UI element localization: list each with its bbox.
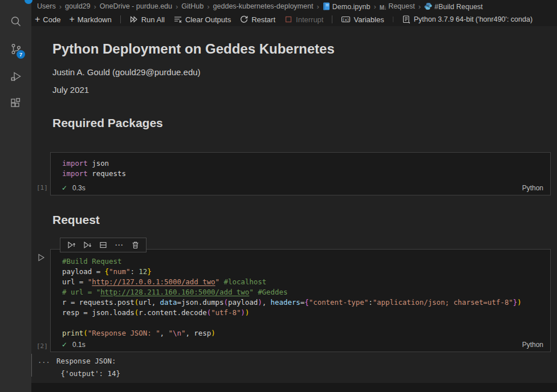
breadcrumb-item[interactable]: Users: [37, 2, 56, 10]
notebook-file-icon: [323, 2, 330, 10]
code-editor[interactable]: import jsonimport requests: [62, 158, 543, 179]
required-packages-heading: Required Packages: [52, 116, 163, 130]
run-all-button[interactable]: Run All: [129, 15, 165, 24]
scm-badge: 7: [17, 50, 25, 59]
code-line: r = requests.post(url, data=json.dumps(p…: [62, 297, 543, 308]
notification-dot: [25, 0, 32, 4]
activity-bar: 7: [0, 0, 31, 392]
variables-button[interactable]: (x) Variables: [341, 15, 384, 24]
code-line: #Build Request: [62, 256, 543, 267]
activitybar-source-control[interactable]: 7: [0, 35, 31, 63]
activitybar-search[interactable]: [0, 8, 31, 35]
code-line: resp = json.loads(r.content.decode("utf-…: [62, 308, 543, 318]
output-line: Response JSON:: [56, 357, 120, 365]
cell-action-toolbar: ⋯: [60, 238, 147, 252]
execution-count: [2]: [36, 342, 48, 350]
run-below-button[interactable]: [82, 239, 93, 251]
breadcrumb-item[interactable]: GitHub: [181, 2, 204, 10]
toolbar-divider: [120, 15, 121, 23]
code-line: url = "http://127.0.0.1:5000/add_two" #l…: [62, 277, 543, 287]
kernel-label: Python 3.7.9 64-bit ('honr490': conda): [414, 15, 532, 23]
cell-status-bar: ✓ 0.3s Python: [51, 181, 550, 195]
restart-icon: [239, 15, 249, 24]
breadcrumb-separator: ›: [175, 2, 178, 11]
extensions-icon: [9, 97, 23, 111]
breadcrumb-item[interactable]: geddes-kubernetes-deployment: [213, 2, 314, 10]
breadcrumb-separator: ›: [373, 2, 376, 11]
search-icon: [9, 15, 23, 28]
run-above-button[interactable]: [66, 239, 77, 251]
delete-cell-button[interactable]: [129, 239, 141, 251]
clear-outputs-button[interactable]: Clear Outputs: [173, 15, 231, 24]
output-collapse-indicator[interactable]: ...: [38, 357, 50, 365]
editor-top-chrome: Users › gould29 › OneDrive - purdue.edu …: [31, 0, 557, 26]
code-line: import requests: [62, 169, 543, 179]
breadcrumb-item[interactable]: gould29: [65, 2, 91, 10]
activitybar-extensions[interactable]: [0, 90, 31, 117]
plus-icon: +: [35, 15, 40, 24]
date-line: July 2021: [52, 85, 89, 95]
kernel-icon: [402, 15, 411, 24]
execution-time: 0.3s: [72, 184, 86, 192]
cell-language-picker[interactable]: Python: [522, 341, 543, 349]
breadcrumb-separator: ›: [93, 2, 97, 11]
plus-icon: +: [69, 15, 74, 24]
notebook-title-heading: Python Deployment on Geddes Kubernetes: [52, 41, 335, 57]
code-line: [62, 318, 543, 328]
svg-text:(x): (x): [343, 18, 350, 22]
run-cell-button[interactable]: [36, 252, 46, 263]
add-markdown-cell-button[interactable]: + Markdown: [69, 15, 111, 24]
execution-time: 0.1s: [72, 341, 86, 349]
python-icon: [424, 2, 432, 10]
breadcrumb: Users › gould29 › OneDrive - purdue.edu …: [37, 0, 483, 13]
code-line: import json: [62, 158, 543, 169]
add-code-cell-button[interactable]: + Code: [35, 15, 60, 24]
toolbar-divider: [332, 15, 332, 23]
author-line: Justin A. Gould (gould29@purdue.edu): [52, 67, 201, 77]
code-cell-build-request[interactable]: #Build Requestpayload = {"num": 12}url =…: [50, 249, 551, 352]
cell-status-bar: ✓ 0.1s Python: [51, 338, 550, 352]
breadcrumb-separator: ›: [206, 2, 210, 11]
code-line: # url = "http://128.211.160.160:5000/add…: [62, 287, 543, 297]
breadcrumb-item-markdown-section[interactable]: M↓Request: [380, 2, 415, 11]
split-cell-button[interactable]: [97, 239, 109, 251]
breadcrumb-separator: ›: [418, 2, 421, 11]
code-line: payload = {"num": 12}: [62, 267, 543, 277]
restart-kernel-button[interactable]: Restart: [239, 15, 275, 24]
request-heading: Request: [52, 213, 100, 227]
breadcrumb-separator: ›: [59, 2, 62, 11]
breadcrumb-item-notebook[interactable]: Demo.ipynb: [323, 2, 371, 11]
variables-icon: (x): [341, 15, 351, 24]
code-cell-imports[interactable]: import jsonimport requests ✓ 0.3s Python: [50, 152, 551, 195]
code-editor[interactable]: #Build Requestpayload = {"num": 12}url =…: [62, 256, 543, 338]
markdown-icon: M↓: [380, 5, 386, 11]
success-check-icon: ✓: [62, 184, 67, 192]
execution-count: [1]: [36, 184, 48, 191]
notebook-bottom-area: [31, 383, 557, 392]
interrupt-icon: [284, 15, 293, 24]
interrupt-kernel-button[interactable]: Interrupt: [284, 15, 323, 24]
run-all-icon: [129, 15, 139, 24]
cell-language-picker[interactable]: Python: [522, 184, 543, 192]
output-line: {'output': 14}: [56, 369, 120, 378]
more-actions-button[interactable]: ⋯: [113, 239, 125, 251]
run-debug-icon: [9, 70, 23, 83]
breadcrumb-item-code-section[interactable]: #Build Request: [424, 2, 483, 11]
clear-outputs-icon: [173, 15, 182, 24]
vscode-notebook-window: 7: [0, 0, 557, 392]
breadcrumb-item[interactable]: OneDrive - purdue.edu: [100, 2, 172, 10]
success-check-icon: ✓: [62, 341, 67, 349]
notebook-toolbar: + Code + Markdown Run All: [35, 13, 532, 26]
toolbar-divider: [393, 17, 393, 22]
code-line: print("Response JSON: ", "\n", resp): [62, 328, 543, 338]
activitybar-run-debug[interactable]: [0, 63, 31, 90]
kernel-picker[interactable]: Python 3.7.9 64-bit ('honr490': conda): [402, 15, 532, 24]
breadcrumb-separator: ›: [316, 2, 319, 11]
